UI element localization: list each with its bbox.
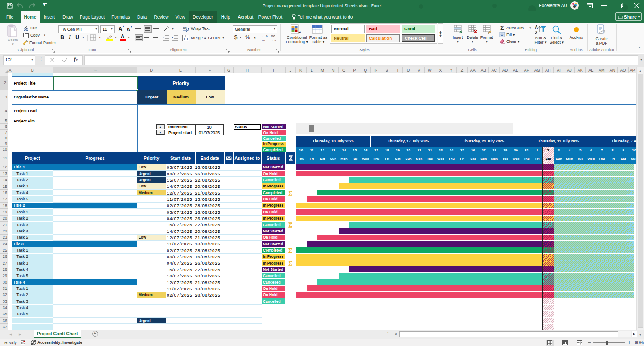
svg-text:A: A [535,25,538,30]
svg-text:≠: ≠ [298,30,301,35]
svg-text:ab: ab [183,26,187,30]
svg-text:Z: Z [535,30,537,35]
